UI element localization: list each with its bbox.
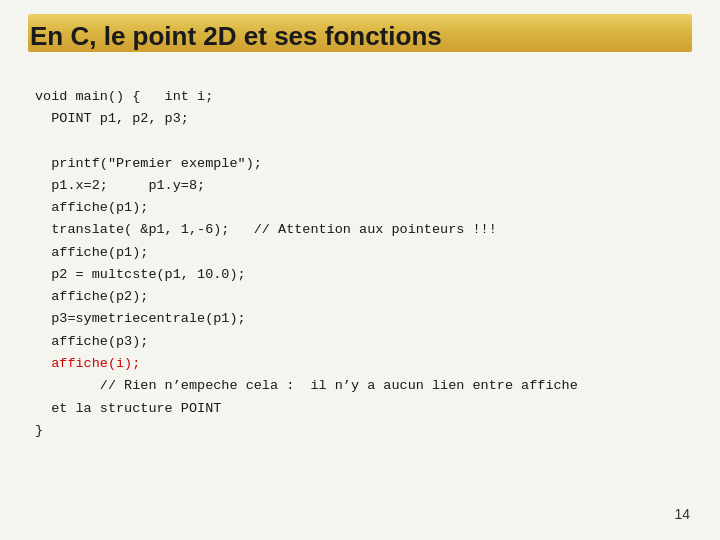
code-line-10: affiche(p2); xyxy=(35,286,685,308)
code-line-12: affiche(p3); xyxy=(35,331,685,353)
page-number: 14 xyxy=(674,506,690,522)
code-line-15: et la structure POINT xyxy=(35,398,685,420)
code-line-11: p3=symetriecentrale(p1); xyxy=(35,308,685,330)
code-line-7: translate( &p1, 1,-6); // Attention aux … xyxy=(35,219,685,241)
code-line-14: // Rien n’empeche cela : il n’y a aucun … xyxy=(35,375,685,397)
slide: En C, le point 2D et ses fonctions void … xyxy=(0,0,720,540)
code-line-5: p1.x=2; p1.y=8; xyxy=(35,175,685,197)
code-line-4: printf("Premier exemple"); xyxy=(35,153,685,175)
code-line-3 xyxy=(35,130,685,152)
code-line-9: p2 = multcste(p1, 10.0); xyxy=(35,264,685,286)
code-block: void main() { int i; POINT p1, p2, p3; p… xyxy=(35,86,685,442)
code-line-16: } xyxy=(35,420,685,442)
slide-title: En C, le point 2D et ses fonctions xyxy=(30,18,690,56)
code-line-1: void main() { int i; xyxy=(35,86,685,108)
code-line-8: affiche(p1); xyxy=(35,242,685,264)
code-line-6: affiche(p1); xyxy=(35,197,685,219)
content-area: void main() { int i; POINT p1, p2, p3; p… xyxy=(0,66,720,462)
code-line-2: POINT p1, p2, p3; xyxy=(35,108,685,130)
code-line-13: affiche(i); xyxy=(35,353,685,375)
title-bar: En C, le point 2D et ses fonctions xyxy=(0,0,720,66)
